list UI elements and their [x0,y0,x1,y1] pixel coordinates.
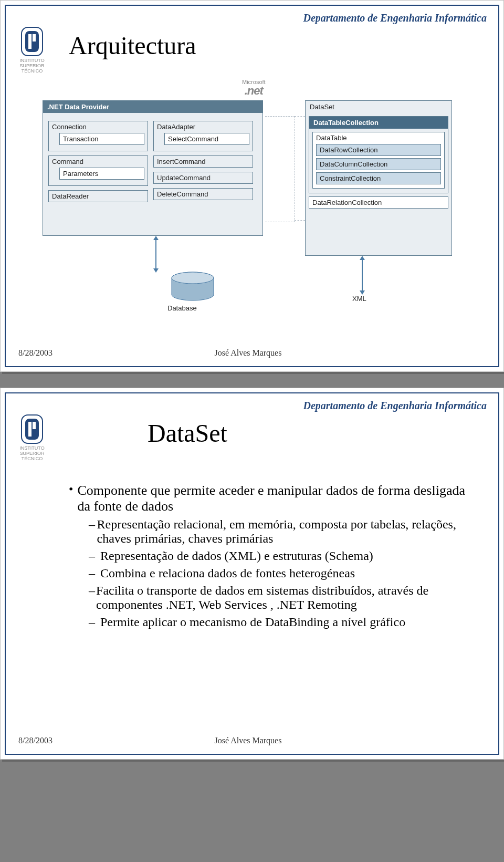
bullet-level2: – Combina e relaciona dados de fontes he… [89,566,477,580]
bullet-dash-icon: – [89,549,100,563]
provider-header: .NET Data Provider [43,101,262,113]
svg-rect-2 [28,34,32,49]
bullet-list: • Componente que permite aceder e manipu… [69,483,477,629]
bullet-text: Facilita o transporte de dados em sistem… [96,584,477,612]
dept-header: Departamento de Engenharia Informática [303,400,487,412]
svg-rect-3 [33,34,36,41]
svg-rect-8 [28,422,32,437]
xml-arrow [362,259,363,292]
architecture-diagram: Microsoft .net .NET Data Provider Connec… [43,85,463,326]
updatecommand-box: UpdateCommand [153,172,253,184]
logo-text: INSTITUTO SUPERIOR TÉCNICO [16,446,48,462]
svg-rect-7 [25,419,39,440]
svg-rect-1 [25,31,39,52]
institution-logo: INSTITUTO SUPERIOR TÉCNICO [16,27,48,74]
bullet-text: Componente que permite aceder e manipula… [77,483,477,514]
parameters-box: Parameters [59,168,144,180]
bullet-level2: – Representação de dados (XML) e estrutu… [89,549,477,563]
insertcommand-box: InsertCommand [153,155,253,168]
svg-point-5 [172,272,214,284]
datatablecollection-box: DataTableCollection DataTable DataRowCol… [309,116,448,193]
dataset-box: DataSet DataTableCollection DataTable Da… [305,100,452,256]
institution-logo: INSTITUTO SUPERIOR TÉCNICO [16,414,48,462]
bracket [265,116,295,222]
datarowcollection-box: DataRowCollection [316,144,441,156]
selectcommand-box: SelectCommand [164,133,249,145]
slide-arquitectura: Departamento de Engenharia Informática I… [5,5,499,367]
bullet-dash-icon: – [89,584,96,612]
database-icon [169,272,217,303]
dataset-header: DataSet [306,101,452,113]
dotnet-logo: Microsoft .net [242,79,266,97]
footer-author: José Alves Marques [10,736,486,745]
bullet-level1: • Componente que permite aceder e manipu… [69,483,477,514]
constraintcollection-box: ConstraintCollection [316,172,441,184]
datacolumncollection-box: DataColumnCollection [316,158,441,170]
transaction-box: Transaction [59,133,144,145]
dept-header: Departamento de Engenharia Informática [303,12,487,24]
bullet-dot-icon: • [69,483,77,514]
logo-text: INSTITUTO SUPERIOR TÉCNICO [16,58,48,74]
bullet-dash-icon: – [89,615,100,629]
dataadapter-box: DataAdapter SelectCommand [153,121,253,151]
bullet-dash-icon: – [89,566,100,580]
bullet-dash-icon: – [89,517,97,546]
slide-title: Arquitectura [69,31,196,60]
datareader-box: DataReader [48,190,148,202]
bracket-bot-lead [295,220,305,221]
bullet-text: Permite aplicar o mecanismo de DataBindi… [100,615,405,629]
db-arrow [155,239,156,269]
datatable-box: DataTable DataRowCollection DataColumnCo… [312,132,445,189]
database-label: Database [167,304,197,312]
slide-dataset: Departamento de Engenharia Informática I… [5,392,499,755]
datarelationcollection-box: DataRelationCollection [309,196,448,209]
bullet-text: Combina e relaciona dados de fontes hete… [100,566,355,580]
footer-author: José Alves Marques [10,348,486,358]
connection-box: Connection Transaction [48,121,148,151]
bullet-text: Representação de dados (XML) e estrutura… [100,549,373,563]
command-box: Command Parameters [48,155,148,186]
bracket-top-lead [295,116,305,117]
bullet-level2: – Permite aplicar o mecanismo de DataBin… [89,615,477,629]
svg-rect-9 [33,422,36,429]
deletecommand-box: DeleteCommand [153,188,253,200]
net-brand: .net [242,85,266,97]
bullet-level2: – Representação relacional, em memória, … [89,517,477,546]
net-data-provider-box: .NET Data Provider Connection Transactio… [43,100,263,236]
xml-label: XML [352,295,366,303]
datatablecollection-header: DataTableCollection [309,117,448,129]
bullet-level2: – Facilita o transporte de dados em sist… [89,584,477,612]
bullet-text: Representação relacional, em memória, co… [97,517,477,546]
slide-title: DataSet [148,419,227,448]
